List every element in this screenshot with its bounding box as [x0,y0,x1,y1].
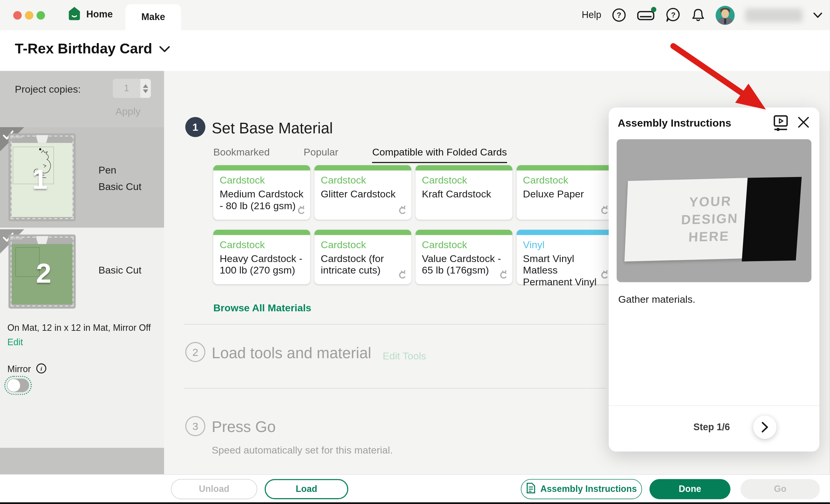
mat-brand-label: cricut [12,135,23,139]
chevron-right-icon [761,421,769,433]
mat-tab [36,135,49,143]
home-nav[interactable]: Home [68,6,113,23]
window-close-button[interactable] [13,11,22,20]
account-chevron-down-icon[interactable] [813,12,822,18]
avatar[interactable] [715,6,735,25]
action-bar: Unload Load Assembly Instructions Done G… [0,474,830,503]
tab-compatible-folded-cards[interactable]: Compatible with Folded Cards [372,147,507,163]
material-card[interactable]: Cardstock Deluxe Paper [517,165,613,220]
material-category: Cardstock [321,175,366,186]
machine-status-icon[interactable] [637,9,655,22]
next-step-button[interactable] [753,415,776,439]
panel-footer-divider [609,405,819,406]
make-label: Make [141,11,165,23]
section-divider [184,324,606,324]
material-category: Cardstock [220,175,265,186]
feedback-help-icon[interactable]: ? [665,7,681,23]
window-zoom-button[interactable] [37,11,45,20]
avatar-face [722,9,729,18]
stencil-line: DESIGN [674,210,745,229]
apply-button[interactable]: Apply [115,106,140,118]
close-icon[interactable] [797,116,810,131]
step3-note: Speed automatically set for this materia… [212,445,393,456]
mirror-toggle-track[interactable] [7,379,29,392]
assembly-instructions-button[interactable]: Assembly Instructions [521,479,642,499]
project-title-dropdown[interactable]: T-Rex Birthday Card [15,41,170,57]
svg-text:?: ? [671,11,675,19]
mat-sidebar: Project copies: 1 Apply cricut [0,71,164,474]
top-bar: Home Make Help ? ? [0,0,830,30]
material-name: Deluxe Paper [523,189,609,200]
mat-item-2[interactable]: cricut 2 Basic Cut [0,229,164,318]
tab-bookmarked[interactable]: Bookmarked [213,147,270,163]
window-minimize-button[interactable] [25,11,33,20]
unload-label: Unload [199,484,229,495]
card-accent-bar [213,230,310,235]
done-button[interactable]: Done [649,479,730,499]
assembly-instructions-panel: Assembly Instructions YOUR DESIGN HERE G… [609,107,819,451]
svg-text:i: i [41,365,42,372]
svg-text:?: ? [617,11,621,19]
material-category: Vinyl [523,239,544,251]
mat-settings-summary: On Mat, 12 in x 12 in Mat, Mirror Off [7,323,151,334]
step-counter: Step 1/6 [693,422,730,433]
copies-value[interactable]: 1 [113,79,140,98]
tab-make[interactable]: Make [125,4,181,30]
browse-all-materials-link[interactable]: Browse All Materials [213,302,311,314]
tab-popular[interactable]: Popular [304,147,339,163]
sidebar-bottom-strip [0,448,164,474]
mat-thumbnail-2: cricut 2 [8,234,76,309]
material-cards-grid: Cardstock Medium Cardstock - 80 lb (216 … [213,165,613,284]
video-tutorial-icon[interactable] [773,115,789,134]
page-title: T-Rex Birthday Card [15,41,152,57]
cricut-bug-icon [397,270,407,281]
material-name: Glitter Cardstock [321,189,407,200]
cricut-bug-icon [498,270,508,281]
card-accent-bar [315,230,411,235]
go-button[interactable]: Go [741,479,820,499]
material-card[interactable]: Cardstock Cardstock (for intricate cuts) [315,230,411,284]
help-icon[interactable]: ? [612,8,626,22]
notifications-bell-icon[interactable] [691,8,705,23]
home-label: Home [86,9,113,20]
material-card[interactable]: Cardstock Glitter Cardstock [315,165,411,220]
info-icon[interactable]: i [36,363,47,376]
material-category: Cardstock [220,239,265,251]
mat-brand-label: cricut [12,236,23,240]
mirror-toggle-knob[interactable] [7,379,20,391]
mirror-toggle[interactable] [4,376,32,395]
app-window: Home Make Help ? ? [0,0,830,504]
mat-tab [36,236,49,244]
mat-item-1[interactable]: cricut 1 Pe [0,127,164,228]
material-name: Medium Cardstock - 80 lb (216 gsm) [220,189,306,212]
project-copies-label: Project copies: [15,84,81,95]
stepper-up-icon[interactable] [143,84,148,88]
load-label: Load [296,484,317,495]
mat-thumbnail-1: cricut 1 [8,133,76,221]
instruction-step-text: Gather materials. [618,294,695,306]
home-icon [68,6,81,23]
copies-stepper[interactable]: 1 [113,79,151,98]
unload-button[interactable]: Unload [171,479,257,499]
screen-bottom-edge [0,502,830,504]
step3-badge: 3 [185,416,205,436]
mat-paper-2: 2 [11,244,72,305]
material-card[interactable]: Cardstock Value Cardstock - 65 lb (176gs… [415,230,512,284]
load-button[interactable]: Load [265,479,348,499]
stepper-down-icon[interactable] [143,89,148,93]
copies-arrows[interactable] [140,79,151,98]
assembly-label: Assembly Instructions [540,484,637,495]
title-chevron-down-icon [158,45,170,53]
section-divider [184,388,606,389]
mirror-row: Mirror i [7,363,46,376]
material-card[interactable]: Cardstock Heavy Cardstock - 100 lb (270 … [213,230,310,284]
material-card[interactable]: Cardstock Medium Cardstock - 80 lb (216 … [213,165,310,220]
mat-tool: Pen [99,162,141,179]
edit-tools-link[interactable]: Edit Tools [383,351,426,362]
card-accent-bar [213,165,310,170]
material-category: Cardstock [523,175,568,186]
material-card[interactable]: Vinyl Smart Vinyl Matless Permanent Viny… [517,230,613,284]
edit-link[interactable]: Edit [7,337,23,348]
top-right-cluster: Help ? ? [581,0,822,30]
material-card[interactable]: Cardstock Kraft Cardstock [415,165,512,220]
